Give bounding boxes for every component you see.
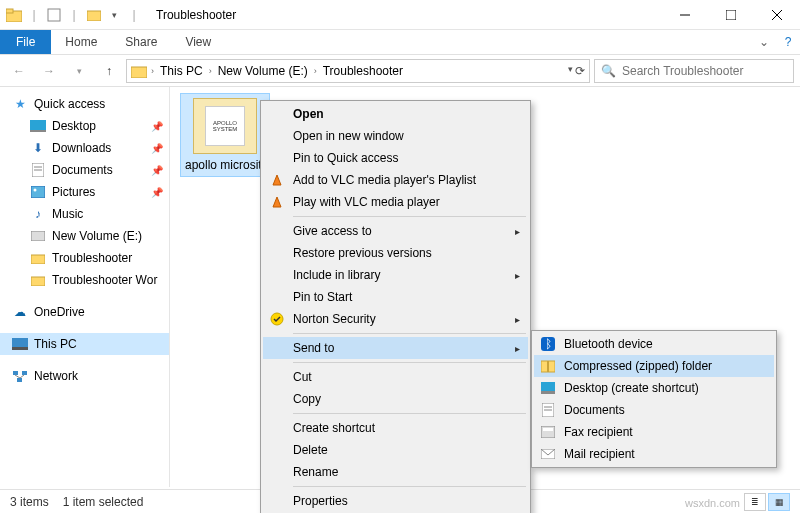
svg-marker-27 bbox=[273, 197, 281, 207]
tab-share[interactable]: Share bbox=[111, 30, 171, 54]
svg-rect-38 bbox=[541, 426, 555, 438]
nav-troubleshooter[interactable]: Troubleshooter bbox=[0, 247, 169, 269]
crumb-volume[interactable]: New Volume (E:) bbox=[214, 62, 312, 80]
chevron-right-icon[interactable]: › bbox=[151, 66, 154, 76]
svg-rect-20 bbox=[12, 347, 28, 350]
nav-network[interactable]: Network bbox=[0, 365, 169, 387]
sendto-mail[interactable]: Mail recipient bbox=[534, 443, 774, 465]
separator bbox=[293, 413, 526, 414]
up-button[interactable]: ↑ bbox=[96, 58, 122, 84]
nav-quick-access[interactable]: ★Quick access bbox=[0, 93, 169, 115]
ctx-norton[interactable]: Norton Security▸ bbox=[263, 308, 528, 330]
pin-icon: 📌 bbox=[151, 121, 163, 132]
sendto-desktop[interactable]: Desktop (create shortcut) bbox=[534, 377, 774, 399]
dropdown-icon[interactable]: ▾ bbox=[568, 64, 573, 78]
norton-icon bbox=[269, 311, 285, 327]
ctx-delete[interactable]: Delete bbox=[263, 439, 528, 461]
pin-icon: 📌 bbox=[151, 165, 163, 176]
submenu-arrow-icon: ▸ bbox=[515, 343, 520, 354]
nav-label: Quick access bbox=[34, 97, 105, 111]
nav-volume[interactable]: New Volume (E:) bbox=[0, 225, 169, 247]
folder-item[interactable]: APOLLOSYSTEM apollo microsite bbox=[180, 93, 270, 177]
recent-dropdown-icon[interactable]: ▾ bbox=[66, 58, 92, 84]
ctx-pin-start[interactable]: Pin to Start bbox=[263, 286, 528, 308]
folder-label: apollo microsite bbox=[185, 158, 265, 172]
star-icon: ★ bbox=[12, 96, 28, 112]
details-view-button[interactable]: ≣ bbox=[744, 493, 766, 511]
ctx-include-library[interactable]: Include in library▸ bbox=[263, 264, 528, 286]
svg-rect-21 bbox=[13, 371, 18, 375]
mail-icon bbox=[540, 446, 556, 462]
nav-documents[interactable]: Documents📌 bbox=[0, 159, 169, 181]
icons-view-button[interactable]: ▦ bbox=[768, 493, 790, 511]
search-input[interactable] bbox=[622, 64, 787, 78]
window-title: Troubleshooter bbox=[156, 8, 236, 22]
nav-troubleshooter-wor[interactable]: Troubleshooter Wor bbox=[0, 269, 169, 291]
nav-desktop[interactable]: Desktop📌 bbox=[0, 115, 169, 137]
quick-access-toolbar: | | ▾ | bbox=[0, 7, 148, 23]
close-button[interactable] bbox=[754, 0, 800, 30]
ctx-restore[interactable]: Restore previous versions bbox=[263, 242, 528, 264]
ctx-open-new-window[interactable]: Open in new window bbox=[263, 125, 528, 147]
checkbox-icon[interactable] bbox=[46, 7, 62, 23]
svg-rect-14 bbox=[31, 186, 45, 198]
svg-rect-23 bbox=[17, 378, 22, 382]
forward-button[interactable]: → bbox=[36, 58, 62, 84]
svg-rect-5 bbox=[726, 10, 736, 20]
nav-this-pc[interactable]: This PC bbox=[0, 333, 169, 355]
ctx-pin-quick[interactable]: Pin to Quick access bbox=[263, 147, 528, 169]
crumb-thispc[interactable]: This PC bbox=[156, 62, 207, 80]
folder-icon bbox=[30, 272, 46, 288]
nav-label: Desktop bbox=[52, 119, 96, 133]
sendto-zip[interactable]: Compressed (zipped) folder bbox=[534, 355, 774, 377]
nav-music[interactable]: ♪Music bbox=[0, 203, 169, 225]
pictures-icon bbox=[30, 184, 46, 200]
svg-rect-2 bbox=[48, 9, 60, 21]
nav-downloads[interactable]: ⬇Downloads📌 bbox=[0, 137, 169, 159]
nav-onedrive[interactable]: ☁OneDrive bbox=[0, 301, 169, 323]
folder-thumbnail: APOLLOSYSTEM bbox=[193, 98, 257, 154]
status-selected: 1 item selected bbox=[63, 495, 144, 509]
svg-rect-9 bbox=[30, 120, 46, 130]
ctx-rename[interactable]: Rename bbox=[263, 461, 528, 483]
maximize-button[interactable] bbox=[708, 0, 754, 30]
qat-dropdown-icon[interactable]: ▾ bbox=[106, 7, 122, 23]
expand-ribbon-icon[interactable]: ⌄ bbox=[752, 30, 776, 54]
crumb-current[interactable]: Troubleshooter bbox=[319, 62, 407, 80]
ctx-open[interactable]: Open bbox=[263, 103, 528, 125]
help-icon[interactable]: ? bbox=[776, 30, 800, 54]
svg-rect-3 bbox=[87, 11, 101, 21]
ctx-properties[interactable]: Properties bbox=[263, 490, 528, 512]
nav-pictures[interactable]: Pictures📌 bbox=[0, 181, 169, 203]
ctx-copy[interactable]: Copy bbox=[263, 388, 528, 410]
ctx-send-to[interactable]: Send to▸ bbox=[263, 337, 528, 359]
ctx-shortcut[interactable]: Create shortcut bbox=[263, 417, 528, 439]
address-bar: ← → ▾ ↑ › This PC › New Volume (E:) › Tr… bbox=[0, 55, 800, 87]
search-box[interactable]: 🔍 bbox=[594, 59, 794, 83]
zip-icon bbox=[540, 358, 556, 374]
tab-view[interactable]: View bbox=[171, 30, 225, 54]
music-icon: ♪ bbox=[30, 206, 46, 222]
qat-divider: | bbox=[66, 7, 82, 23]
ctx-cut[interactable]: Cut bbox=[263, 366, 528, 388]
svg-rect-22 bbox=[22, 371, 27, 375]
tab-home[interactable]: Home bbox=[51, 30, 111, 54]
file-tab[interactable]: File bbox=[0, 30, 51, 54]
ctx-vlc-add[interactable]: Add to VLC media player's Playlist bbox=[263, 169, 528, 191]
back-button[interactable]: ← bbox=[6, 58, 32, 84]
refresh-icon[interactable]: ⟳ bbox=[575, 64, 585, 78]
sendto-documents[interactable]: Documents bbox=[534, 399, 774, 421]
sendto-fax[interactable]: Fax recipient bbox=[534, 421, 774, 443]
ctx-vlc-play[interactable]: Play with VLC media player bbox=[263, 191, 528, 213]
chevron-right-icon[interactable]: › bbox=[209, 66, 212, 76]
bluetooth-icon: ᛒ bbox=[540, 336, 556, 352]
ctx-give-access[interactable]: Give access to▸ bbox=[263, 220, 528, 242]
minimize-button[interactable] bbox=[662, 0, 708, 30]
chevron-right-icon[interactable]: › bbox=[314, 66, 317, 76]
breadcrumb[interactable]: › This PC › New Volume (E:) › Troublesho… bbox=[126, 59, 590, 83]
nav-label: Troubleshooter Wor bbox=[52, 273, 157, 287]
status-items: 3 items bbox=[10, 495, 49, 509]
sendto-bluetooth[interactable]: ᛒBluetooth device bbox=[534, 333, 774, 355]
svg-text:ᛒ: ᛒ bbox=[545, 337, 552, 351]
nav-label: New Volume (E:) bbox=[52, 229, 142, 243]
